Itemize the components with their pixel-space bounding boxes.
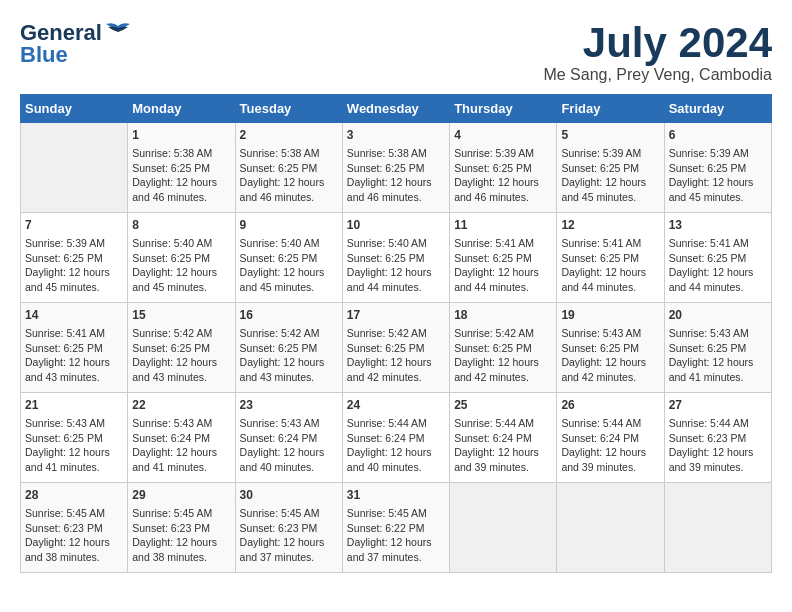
calendar-cell: 28Sunrise: 5:45 AMSunset: 6:23 PMDayligh… [21,483,128,573]
day-info-line: Daylight: 12 hours [25,355,123,370]
day-number: 10 [347,217,445,234]
calendar-cell: 31Sunrise: 5:45 AMSunset: 6:22 PMDayligh… [342,483,449,573]
calendar-cell: 16Sunrise: 5:42 AMSunset: 6:25 PMDayligh… [235,303,342,393]
day-number: 1 [132,127,230,144]
day-info-line: and 42 minutes. [561,370,659,385]
day-info-line: Sunset: 6:25 PM [132,341,230,356]
day-info-line: Sunrise: 5:44 AM [454,416,552,431]
day-info-line: Sunset: 6:25 PM [561,251,659,266]
day-info-line: Sunset: 6:25 PM [25,251,123,266]
day-info-line: and 41 minutes. [25,460,123,475]
day-info-line: and 45 minutes. [240,280,338,295]
day-info-line: Sunrise: 5:41 AM [561,236,659,251]
calendar-cell: 9Sunrise: 5:40 AMSunset: 6:25 PMDaylight… [235,213,342,303]
day-info-line: Daylight: 12 hours [25,535,123,550]
day-info-line: Daylight: 12 hours [561,175,659,190]
day-info-line: and 43 minutes. [240,370,338,385]
calendar-cell: 29Sunrise: 5:45 AMSunset: 6:23 PMDayligh… [128,483,235,573]
day-info-line: Daylight: 12 hours [347,355,445,370]
day-info-line: Daylight: 12 hours [240,355,338,370]
weekday-header-sunday: Sunday [21,95,128,123]
day-number: 28 [25,487,123,504]
day-info-line: Sunrise: 5:45 AM [347,506,445,521]
calendar-week-row: 1Sunrise: 5:38 AMSunset: 6:25 PMDaylight… [21,123,772,213]
day-info-line: Sunrise: 5:38 AM [240,146,338,161]
day-number: 30 [240,487,338,504]
calendar-cell: 11Sunrise: 5:41 AMSunset: 6:25 PMDayligh… [450,213,557,303]
calendar-cell: 4Sunrise: 5:39 AMSunset: 6:25 PMDaylight… [450,123,557,213]
weekday-header-wednesday: Wednesday [342,95,449,123]
day-info-line: and 45 minutes. [669,190,767,205]
calendar-cell: 5Sunrise: 5:39 AMSunset: 6:25 PMDaylight… [557,123,664,213]
day-info-line: and 41 minutes. [132,460,230,475]
day-info-line: and 39 minutes. [561,460,659,475]
day-info-line: Daylight: 12 hours [561,445,659,460]
day-info-line: Sunrise: 5:44 AM [669,416,767,431]
day-info-line: Sunrise: 5:44 AM [561,416,659,431]
day-info-line: Sunset: 6:25 PM [240,341,338,356]
day-info-line: and 38 minutes. [132,550,230,565]
calendar-cell [21,123,128,213]
day-info-line: Daylight: 12 hours [669,355,767,370]
day-info-line: and 45 minutes. [132,280,230,295]
logo-bird-icon [104,22,132,40]
day-info-line: Sunset: 6:25 PM [25,341,123,356]
day-info-line: Sunrise: 5:39 AM [561,146,659,161]
calendar-cell: 17Sunrise: 5:42 AMSunset: 6:25 PMDayligh… [342,303,449,393]
day-number: 4 [454,127,552,144]
calendar-cell: 2Sunrise: 5:38 AMSunset: 6:25 PMDaylight… [235,123,342,213]
day-info-line: Sunset: 6:25 PM [240,251,338,266]
day-info-line: and 41 minutes. [669,370,767,385]
day-number: 15 [132,307,230,324]
day-info-line: and 40 minutes. [240,460,338,475]
day-info-line: Daylight: 12 hours [347,175,445,190]
day-info-line: Daylight: 12 hours [132,535,230,550]
day-info-line: Sunset: 6:22 PM [347,521,445,536]
weekday-header-friday: Friday [557,95,664,123]
day-number: 20 [669,307,767,324]
day-number: 22 [132,397,230,414]
day-number: 12 [561,217,659,234]
day-info-line: Sunrise: 5:45 AM [240,506,338,521]
calendar-week-row: 14Sunrise: 5:41 AMSunset: 6:25 PMDayligh… [21,303,772,393]
month-title: July 2024 [543,20,772,66]
day-info-line: Sunset: 6:25 PM [454,341,552,356]
day-number: 2 [240,127,338,144]
calendar-cell: 22Sunrise: 5:43 AMSunset: 6:24 PMDayligh… [128,393,235,483]
day-info-line: Sunrise: 5:42 AM [132,326,230,341]
calendar-cell: 8Sunrise: 5:40 AMSunset: 6:25 PMDaylight… [128,213,235,303]
day-info-line: and 46 minutes. [347,190,445,205]
day-info-line: Sunrise: 5:39 AM [454,146,552,161]
day-info-line: Sunset: 6:25 PM [454,161,552,176]
calendar-cell: 12Sunrise: 5:41 AMSunset: 6:25 PMDayligh… [557,213,664,303]
day-number: 7 [25,217,123,234]
weekday-header-thursday: Thursday [450,95,557,123]
day-info-line: Daylight: 12 hours [132,355,230,370]
day-info-line: and 42 minutes. [454,370,552,385]
day-info-line: and 37 minutes. [347,550,445,565]
calendar-cell: 27Sunrise: 5:44 AMSunset: 6:23 PMDayligh… [664,393,771,483]
day-info-line: Daylight: 12 hours [25,265,123,280]
day-info-line: Sunrise: 5:38 AM [347,146,445,161]
title-section: July 2024 Me Sang, Prey Veng, Cambodia [543,20,772,84]
day-info-line: and 44 minutes. [347,280,445,295]
day-info-line: Sunset: 6:24 PM [454,431,552,446]
day-info-line: Sunrise: 5:43 AM [132,416,230,431]
day-info-line: and 46 minutes. [240,190,338,205]
calendar-cell: 20Sunrise: 5:43 AMSunset: 6:25 PMDayligh… [664,303,771,393]
day-info-line: Sunset: 6:25 PM [561,161,659,176]
day-info-line: Daylight: 12 hours [561,355,659,370]
day-info-line: Sunrise: 5:41 AM [669,236,767,251]
day-info-line: Sunset: 6:23 PM [132,521,230,536]
day-number: 29 [132,487,230,504]
day-info-line: Sunrise: 5:43 AM [669,326,767,341]
day-info-line: Sunset: 6:25 PM [240,161,338,176]
day-number: 27 [669,397,767,414]
day-info-line: Sunrise: 5:40 AM [240,236,338,251]
day-info-line: Sunset: 6:25 PM [132,161,230,176]
day-info-line: Sunrise: 5:43 AM [240,416,338,431]
day-info-line: Sunset: 6:25 PM [454,251,552,266]
calendar-cell [557,483,664,573]
day-info-line: Sunrise: 5:43 AM [561,326,659,341]
day-info-line: Sunset: 6:25 PM [669,251,767,266]
